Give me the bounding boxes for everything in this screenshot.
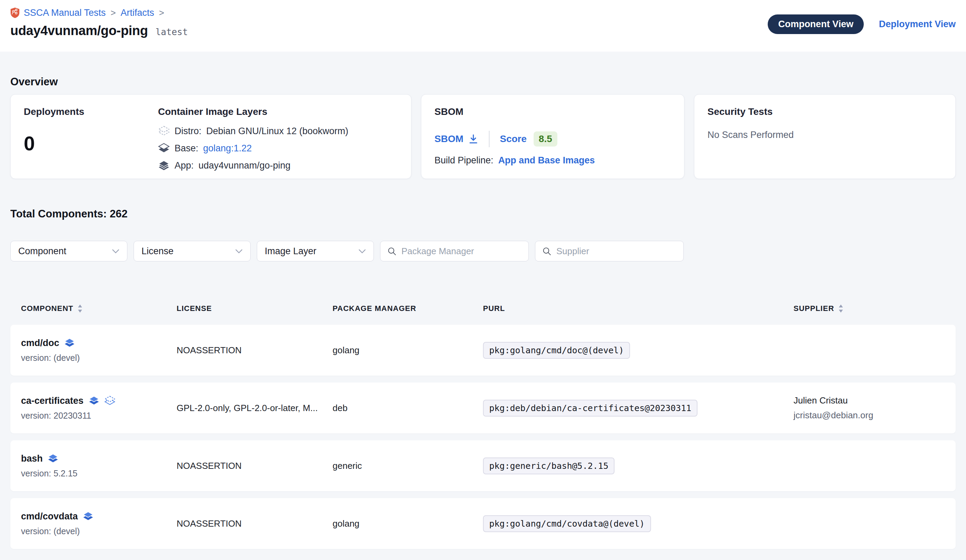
column-header-component-label: COMPONENT — [21, 304, 73, 313]
app-value: uday4vunnam/go-ping — [199, 160, 291, 171]
overview-cards: Deployments 0 Container Image Layers Dis… — [10, 94, 956, 179]
supplier-cell — [794, 521, 945, 526]
component-view-button[interactable]: Component View — [768, 15, 864, 34]
sort-icon[interactable] — [77, 304, 83, 313]
components-table-body: cmd/doc version: (devel) NOASSERTION gol… — [10, 325, 956, 549]
supplier-name: Julien Cristau — [794, 395, 945, 406]
package-manager-cell: generic — [333, 460, 483, 471]
sbom-download-label[interactable]: SBOM — [434, 133, 463, 144]
column-header-supplier-label: SUPPLIER — [794, 304, 834, 313]
sbom-score-badge: 8.5 — [534, 131, 557, 147]
breadcrumb-link-artifacts[interactable]: Artifacts — [120, 8, 154, 18]
license-cell: NOASSERTION — [177, 460, 333, 471]
license-filter-select[interactable]: License — [133, 241, 251, 262]
filters-row: Component License Image Layer — [10, 241, 956, 262]
component-name: ca-certificates — [21, 396, 84, 406]
sbom-heading: SBOM — [434, 106, 671, 117]
component-cell: bash version: 5.2.15 — [21, 454, 177, 478]
table-row: bash version: 5.2.15 NOASSERTION generic… — [10, 440, 956, 491]
purl-chip: pkg:golang/cmd/covdata@(devel) — [483, 515, 651, 532]
column-header-license: LICENSE — [177, 304, 333, 313]
distro-layer-row: Distro: Debian GNU/Linux 12 (bookworm) — [158, 126, 398, 137]
component-cell: ca-certificates version: 20230311 — [21, 396, 177, 421]
breadcrumb-separator: > — [110, 8, 117, 18]
purl-chip: pkg:generic/bash@5.2.15 — [483, 457, 614, 474]
table-row: ca-certificates version: 20230311 GPL-2.… — [10, 383, 956, 434]
app-layer-icon — [48, 454, 59, 464]
table-row: cmd/doc version: (devel) NOASSERTION gol… — [10, 325, 956, 376]
component-filter-select[interactable]: Component — [10, 241, 127, 262]
component-version: version: 5.2.15 — [21, 468, 177, 478]
component-name: cmd/covdata — [21, 511, 78, 522]
column-header-purl-label: PURL — [483, 304, 505, 313]
total-components-heading: Total Components: 262 — [10, 208, 956, 220]
sbom-score-label: Score — [500, 133, 527, 144]
supplier-email: jcristau@debian.org — [794, 410, 945, 421]
sort-icon[interactable] — [838, 304, 843, 313]
container-image-layers-heading: Container Image Layers — [158, 106, 398, 117]
security-tests-heading: Security Tests — [708, 106, 942, 117]
search-icon — [387, 247, 397, 256]
column-header-component: COMPONENT — [21, 304, 177, 313]
security-tests-card: Security Tests No Scans Performed — [694, 94, 956, 179]
package-manager-cell: golang — [333, 518, 483, 529]
image-layer-filter-select[interactable]: Image Layer — [257, 241, 374, 262]
sbom-download-link[interactable]: SBOM — [434, 133, 478, 144]
download-icon[interactable] — [468, 134, 478, 144]
package-manager-cell: deb — [333, 403, 483, 413]
page-title: uday4vunnam/go-ping — [10, 23, 148, 38]
table-row: cmd/covdata version: (devel) NOASSERTION… — [10, 498, 956, 549]
security-tests-status: No Scans Performed — [708, 130, 942, 140]
chevron-down-icon — [358, 249, 366, 254]
supplier-search[interactable] — [535, 241, 684, 262]
page-header: SSCA Manual Tests > Artifacts > uday4vun… — [0, 0, 966, 52]
purl-chip: pkg:golang/cmd/doc@(devel) — [483, 342, 630, 359]
breadcrumb: SSCA Manual Tests > Artifacts > — [10, 7, 188, 18]
component-version: version: (devel) — [21, 526, 177, 536]
distro-label: Distro: — [174, 126, 201, 137]
artifact-tag: latest — [156, 27, 188, 37]
purl-cell: pkg:golang/cmd/doc@(devel) — [483, 342, 794, 359]
chevron-down-icon — [235, 249, 243, 254]
component-version: version: (devel) — [21, 353, 177, 363]
purl-cell: pkg:golang/cmd/covdata@(devel) — [483, 515, 794, 532]
package-manager-search-input[interactable] — [401, 246, 522, 257]
component-cell: cmd/doc version: (devel) — [21, 338, 177, 363]
supplier-search-input[interactable] — [556, 246, 677, 257]
purl-cell: pkg:deb/debian/ca-certificates@20230311 — [483, 400, 794, 417]
column-header-supplier: SUPPLIER — [794, 304, 945, 313]
license-cell: NOASSERTION — [177, 345, 333, 356]
overview-heading: Overview — [10, 76, 956, 88]
header-left: SSCA Manual Tests > Artifacts > uday4vun… — [10, 7, 188, 38]
component-name: bash — [21, 454, 43, 464]
base-layer-row: Base: golang:1.22 — [158, 143, 398, 154]
purl-chip: pkg:deb/debian/ca-certificates@20230311 — [483, 400, 698, 417]
package-manager-search[interactable] — [380, 241, 529, 262]
chevron-down-icon — [112, 249, 120, 254]
license-filter-label: License — [141, 246, 174, 257]
breadcrumb-link-project[interactable]: SSCA Manual Tests — [24, 8, 106, 18]
deployment-view-link[interactable]: Deployment View — [879, 19, 956, 29]
build-pipeline-label: Build Pipeline: — [434, 155, 493, 166]
base-image-link[interactable]: golang:1.22 — [203, 143, 251, 154]
image-layer-filter-label: Image Layer — [265, 246, 316, 257]
container-image-layers-section: Container Image Layers Distro: Debian GN… — [158, 106, 398, 167]
component-filter-label: Component — [18, 246, 66, 257]
base-layer-icon — [104, 396, 115, 406]
deployments-layers-card: Deployments 0 Container Image Layers Dis… — [10, 94, 411, 179]
view-toggle: Component View Deployment View — [768, 15, 956, 34]
layer-base-icon — [158, 143, 170, 154]
scs-shield-icon — [10, 7, 20, 18]
supplier-cell: Julien Cristau jcristau@debian.org — [794, 395, 945, 421]
sbom-card: SBOM SBOM Score 8.5 Build Pipeline: — [421, 94, 684, 179]
app-layer-row: App: uday4vunnam/go-ping — [158, 160, 398, 171]
supplier-cell — [794, 464, 945, 468]
deployments-section: Deployments 0 — [24, 106, 158, 167]
component-name: cmd/doc — [21, 338, 59, 349]
component-version: version: 20230311 — [21, 411, 177, 421]
license-cell: GPL-2.0-only, GPL-2.0-or-later, M... — [177, 403, 333, 413]
column-header-license-label: LICENSE — [177, 304, 212, 313]
app-label: App: — [174, 160, 194, 171]
base-label: Base: — [174, 143, 198, 154]
build-pipeline-link[interactable]: App and Base Images — [498, 155, 595, 166]
